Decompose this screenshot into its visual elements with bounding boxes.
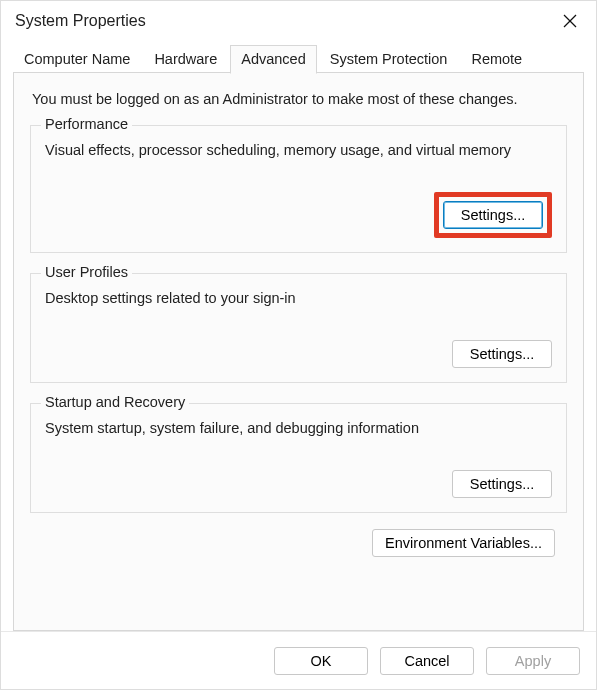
user-profiles-button-row: Settings... [45, 340, 552, 368]
startup-recovery-description: System startup, system failure, and debu… [45, 420, 552, 436]
user-profiles-group: User Profiles Desktop settings related t… [30, 273, 567, 383]
window-title: System Properties [13, 12, 556, 30]
performance-settings-highlight: Settings... [434, 192, 552, 238]
admin-notice-text: You must be logged on as an Administrato… [28, 91, 569, 107]
advanced-tab-page: You must be logged on as an Administrato… [13, 73, 584, 631]
dialog-footer: OK Cancel Apply [1, 631, 596, 689]
user-profiles-legend: User Profiles [41, 264, 132, 280]
ok-button[interactable]: OK [274, 647, 368, 675]
startup-recovery-settings-button[interactable]: Settings... [452, 470, 552, 498]
system-properties-window: System Properties Computer Name Hardware… [0, 0, 597, 690]
tab-strip: Computer Name Hardware Advanced System P… [1, 41, 596, 73]
tab-system-protection[interactable]: System Protection [319, 45, 459, 73]
environment-variables-button[interactable]: Environment Variables... [372, 529, 555, 557]
startup-recovery-legend: Startup and Recovery [41, 394, 189, 410]
tab-remote[interactable]: Remote [460, 45, 533, 73]
close-icon[interactable] [556, 7, 584, 35]
tab-advanced[interactable]: Advanced [230, 45, 317, 74]
title-bar: System Properties [1, 1, 596, 41]
startup-recovery-group: Startup and Recovery System startup, sys… [30, 403, 567, 513]
apply-button[interactable]: Apply [486, 647, 580, 675]
performance-group: Performance Visual effects, processor sc… [30, 125, 567, 253]
performance-legend: Performance [41, 116, 132, 132]
environment-variables-row: Environment Variables... [28, 529, 569, 557]
performance-settings-button[interactable]: Settings... [443, 201, 543, 229]
performance-button-row: Settings... [45, 192, 552, 238]
user-profiles-description: Desktop settings related to your sign-in [45, 290, 552, 306]
tab-hardware[interactable]: Hardware [143, 45, 228, 73]
startup-recovery-button-row: Settings... [45, 470, 552, 498]
cancel-button[interactable]: Cancel [380, 647, 474, 675]
tab-computer-name[interactable]: Computer Name [13, 45, 141, 73]
performance-description: Visual effects, processor scheduling, me… [45, 142, 552, 158]
user-profiles-settings-button[interactable]: Settings... [452, 340, 552, 368]
